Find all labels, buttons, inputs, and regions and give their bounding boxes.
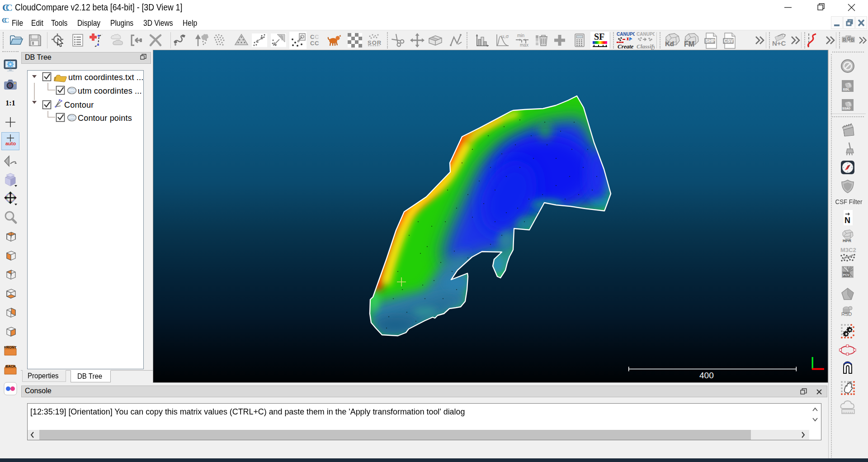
svg-text:C: C — [310, 33, 315, 40]
svg-text:400: 400 — [699, 371, 714, 380]
svg-text:SHP: SHP — [706, 38, 715, 43]
svg-text:C: C — [310, 40, 315, 47]
svg-text:SOR: SOR — [368, 39, 382, 46]
svg-text:M3C2: M3C2 — [840, 247, 856, 253]
svg-text:FRONT: FRONT — [4, 345, 17, 349]
svg-text:N+C: N+C — [772, 39, 786, 47]
svg-text:C: C — [315, 40, 319, 47]
svg-text:C: C — [4, 17, 9, 24]
svg-text:SSAO: SSAO — [842, 107, 851, 110]
svg-text:Create: Create — [618, 43, 634, 50]
svg-text:B: B — [851, 38, 854, 43]
svg-text:HPR: HPR — [843, 238, 852, 243]
svg-text:R: R — [843, 38, 846, 43]
svg-text:C: C — [315, 33, 319, 40]
svg-text:auto: auto — [5, 141, 16, 146]
svg-text:Kd: Kd — [665, 40, 674, 48]
svg-text:SF: SF — [594, 32, 604, 42]
svg-text:BACK: BACK — [5, 364, 16, 368]
svg-text:Contour: Contour — [64, 100, 94, 110]
svg-text:EDL: EDL — [843, 87, 850, 91]
svg-text:μ,σ: μ,σ — [501, 33, 509, 39]
svg-text:utm coordintes.txt ...: utm coordintes.txt ... — [68, 73, 143, 82]
svg-text:CANUPO: CANUPO — [637, 32, 655, 37]
svg-text:max: max — [520, 43, 528, 48]
svg-text:FM: FM — [684, 40, 694, 48]
svg-text:Classify: Classify — [637, 43, 655, 50]
svg-text:min: min — [517, 33, 524, 38]
svg-text:CSV: CSV — [724, 38, 734, 43]
svg-text:N: N — [844, 216, 850, 225]
svg-text:CANUPO: CANUPO — [617, 32, 635, 37]
svg-text:RSD: RSD — [841, 311, 852, 317]
svg-text:PCV: PCV — [843, 273, 850, 277]
svg-text:utm coordintes ...: utm coordintes ... — [78, 86, 142, 95]
svg-text:Contour points: Contour points — [78, 114, 132, 123]
svg-text:G: G — [847, 36, 851, 41]
svg-text:C: C — [5, 2, 13, 13]
